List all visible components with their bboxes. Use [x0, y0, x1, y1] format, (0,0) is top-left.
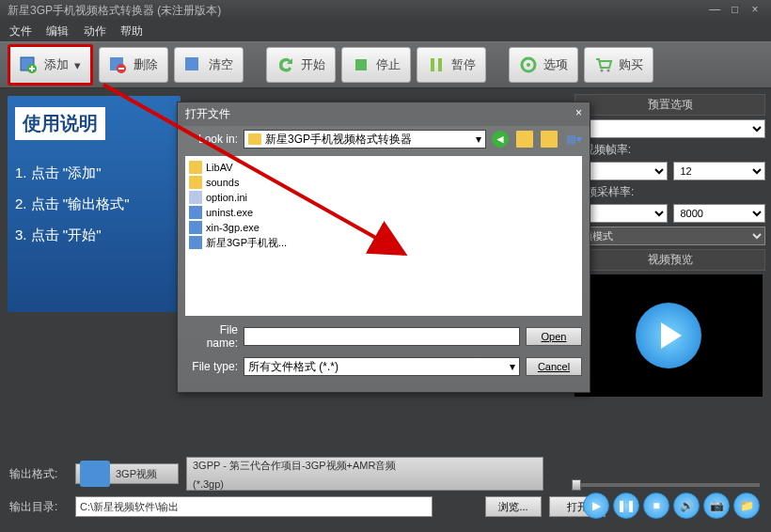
buy-button[interactable]: 购买 [584, 47, 653, 83]
dialog-cancel-button[interactable]: Cancel [526, 357, 582, 376]
folder-icon [248, 133, 261, 145]
stop-icon [352, 55, 370, 74]
play-icon[interactable] [636, 303, 701, 368]
chevron-down-icon: ▾ [74, 58, 81, 72]
view-icon[interactable]: ▦▾ [565, 131, 582, 148]
add-button[interactable]: 添加 ▾ [8, 44, 93, 86]
gear-icon [519, 55, 538, 74]
menubar: 文件 编辑 动作 帮助 [0, 21, 771, 41]
delete-button[interactable]: 删除 [99, 47, 168, 83]
film-add-icon [20, 55, 39, 74]
film-clear-icon [184, 55, 203, 74]
file-item[interactable]: xin-3gp.exe [189, 220, 578, 235]
file-item[interactable]: option.ini [189, 190, 578, 205]
folder-icon [189, 176, 202, 189]
svg-point-12 [607, 70, 610, 72]
menu-edit[interactable]: 编辑 [46, 24, 69, 38]
phone-icon [80, 461, 110, 487]
instruction-step: 2. 点击 "输出格式" [15, 196, 173, 213]
preview-label: 视频预览 [574, 249, 765, 271]
toolbar: 添加 ▾ 删除 清空 开始 停止 暂停 选项 购买 [0, 41, 771, 88]
new-folder-icon[interactable] [541, 131, 558, 148]
pause-ctrl-button[interactable]: ❚❚ [613, 493, 639, 519]
instruction-step: 3. 点击 "开始" [15, 227, 173, 244]
browse-button[interactable]: 浏览... [485, 496, 542, 517]
pause-icon [427, 55, 446, 74]
minimize-button[interactable]: — [706, 3, 723, 16]
menu-help[interactable]: 帮助 [120, 24, 143, 38]
dir-input[interactable]: C:\新星视频软件\输出 [75, 496, 433, 517]
file-item[interactable]: LibAV [189, 160, 578, 175]
maximize-button[interactable]: □ [727, 3, 744, 16]
snapshot-ctrl-button[interactable]: 📷 [703, 493, 730, 519]
close-button[interactable]: × [747, 3, 763, 16]
dialog-open-button[interactable]: Open [526, 327, 582, 346]
svg-point-11 [601, 70, 604, 72]
svg-point-10 [527, 63, 530, 67]
file-item[interactable]: uninst.exe [189, 205, 578, 220]
folder-ctrl-button[interactable]: 📁 [733, 493, 760, 519]
mode-select[interactable]: 频模式 [574, 227, 765, 245]
format-select[interactable]: 3GPP - 第三代合作项目-3GP视频+AMR音频 (*.3gp) [186, 457, 543, 491]
play-ctrl-button[interactable]: ▶ [583, 493, 609, 519]
format-label: 输出格式: [9, 466, 68, 482]
svg-rect-5 [185, 57, 198, 70]
stop-button[interactable]: 停止 [341, 47, 411, 83]
up-icon[interactable] [516, 131, 533, 148]
back-icon[interactable]: ◄ [492, 131, 509, 148]
stop-ctrl-button[interactable]: ■ [643, 493, 669, 519]
preset-label: 预置选项 [574, 94, 765, 116]
menu-action[interactable]: 动作 [84, 24, 106, 38]
svg-rect-8 [438, 58, 442, 71]
lookin-select[interactable]: 新星3GP手机视频格式转换器 ▾ [244, 130, 486, 149]
seek-slider[interactable] [572, 483, 760, 487]
filetype-select[interactable]: 所有文件格式 (*.*)▾ [244, 357, 520, 376]
video-preview [574, 274, 763, 397]
instructions-panel: 使用说明 1. 点击 "添加" 2. 点击 "输出格式" 3. 点击 "开始" [8, 96, 181, 312]
titlebar: 新星3GP手机视频格式转换器 (未注册版本) — □ × [0, 0, 771, 21]
audio-select[interactable]: 8000 [673, 204, 766, 223]
pause-button[interactable]: 暂停 [417, 47, 486, 83]
refresh-icon [276, 55, 295, 74]
instruction-step: 1. 点击 "添加" [15, 164, 173, 182]
dir-label: 输出目录: [9, 499, 68, 515]
exe-icon [189, 206, 202, 219]
ini-icon [189, 191, 202, 204]
dialog-title: 打开文件 [185, 106, 230, 122]
exe-icon [189, 236, 202, 249]
clear-button[interactable]: 清空 [174, 47, 244, 83]
options-button[interactable]: 选项 [509, 47, 578, 83]
preset-select-1[interactable] [574, 119, 765, 138]
cart-icon [594, 55, 613, 74]
film-delete-icon [109, 55, 128, 74]
file-item[interactable]: 新星3GP手机视... [189, 235, 578, 250]
file-item[interactable]: sounds [189, 175, 578, 190]
mute-ctrl-button[interactable]: 🔊 [673, 493, 700, 519]
lookin-label: Look in: [185, 133, 238, 146]
app-title: 新星3GP手机视频格式转换器 (未注册版本) [8, 3, 221, 18]
instructions-title: 使用说明 [15, 107, 105, 140]
svg-rect-7 [431, 58, 434, 71]
svg-rect-6 [355, 59, 367, 70]
format-badge[interactable]: 3GP视频 [75, 463, 179, 484]
svg-rect-4 [118, 68, 124, 70]
filename-input[interactable] [244, 327, 520, 346]
start-button[interactable]: 开始 [266, 47, 336, 83]
menu-file[interactable]: 文件 [9, 24, 32, 38]
open-file-dialog: 打开文件 × Look in: 新星3GP手机视频格式转换器 ▾ ◄ ▦▾ Li… [177, 102, 590, 393]
fps-select[interactable]: 12 [673, 162, 766, 180]
exe-icon [189, 221, 202, 234]
file-list[interactable]: LibAVsoundsoption.iniuninst.exexin-3gp.e… [185, 156, 582, 316]
folder-icon [189, 161, 202, 174]
dialog-close-button[interactable]: × [575, 106, 582, 122]
